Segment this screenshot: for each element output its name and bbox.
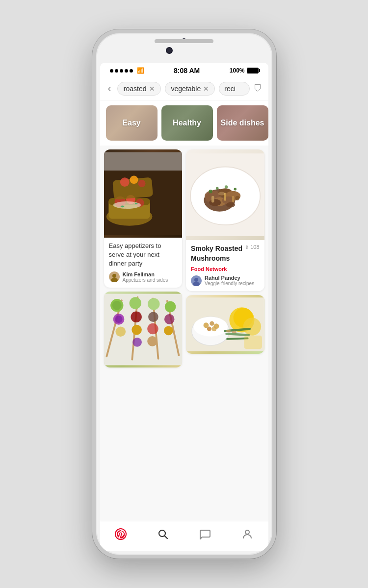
veggies-image [104, 292, 183, 368]
svg-point-78 [226, 330, 231, 332]
svg-point-53 [234, 188, 237, 190]
svg-rect-51 [232, 196, 235, 202]
bruschetta-user: Kim Fellman Appetizers and sides [109, 271, 178, 283]
svg-point-10 [130, 175, 138, 184]
bruschetta-username: Kim Fellman [123, 271, 168, 277]
bottom-nav [100, 521, 268, 551]
category-side-dishes[interactable]: Side dishes [217, 105, 268, 141]
tag-vegetable-label: vegetable [171, 85, 201, 93]
svg-point-16 [112, 274, 116, 278]
svg-point-70 [207, 327, 211, 331]
bruschetta-image [104, 149, 183, 238]
mushrooms-header: Smoky Roasted Mushrooms ⇧ 108 [191, 244, 260, 266]
battery-fill [247, 68, 258, 73]
mushrooms-user: Rahul Pandey Veggie-friendly recipes [191, 275, 260, 286]
nav-messages[interactable] [189, 526, 221, 545]
status-left: 📶 [110, 67, 144, 74]
status-bar: 📶 8:08 AM 100% [100, 63, 268, 77]
search-icon [157, 528, 169, 543]
pin-veggies[interactable] [104, 292, 183, 368]
tag-roasted-label: roasted [124, 85, 147, 93]
svg-rect-80 [244, 336, 262, 349]
right-column: Smoky Roasted Mushrooms ⇧ 108 Food Netwo… [186, 149, 264, 368]
svg-point-66 [193, 317, 227, 337]
status-right: 100% [230, 67, 259, 74]
phone-camera [166, 47, 173, 54]
svg-point-74 [243, 318, 261, 336]
svg-rect-12 [104, 152, 183, 171]
bruschetta-board: Appetizers and sides [123, 277, 168, 283]
content-area: Easy appetizers to serve at your next di… [100, 146, 268, 521]
svg-point-39 [163, 326, 173, 335]
tag-vegetable-remove-icon[interactable]: ✕ [203, 85, 209, 93]
svg-point-7 [113, 201, 140, 209]
tag-vegetable[interactable]: vegetable ✕ [165, 82, 215, 96]
mushrooms-save-count: ⇧ 108 [245, 244, 259, 250]
rahul-avatar [191, 275, 202, 286]
bruschetta-user-info: Kim Fellman Appetizers and sides [123, 271, 168, 283]
mute-button [92, 107, 94, 124]
nav-search[interactable] [147, 526, 179, 545]
svg-point-79 [232, 331, 237, 333]
svg-point-61 [194, 278, 198, 282]
svg-point-71 [211, 326, 216, 331]
mushrooms-title: Smoky Roasted Mushrooms [191, 244, 245, 263]
search-input-partial[interactable]: reci [219, 82, 249, 96]
battery-icon [247, 68, 259, 74]
svg-point-37 [164, 301, 176, 312]
pin-salad[interactable] [186, 295, 264, 354]
masonry-grid: Easy appetizers to serve at your next di… [104, 149, 264, 368]
svg-point-32 [148, 298, 159, 310]
tag-roasted[interactable]: roasted ✕ [117, 82, 161, 96]
svg-line-83 [165, 536, 168, 539]
left-column: Easy appetizers to serve at your next di… [104, 149, 183, 368]
pin-mushrooms[interactable]: Smoky Roasted Mushrooms ⇧ 108 Food Netwo… [186, 149, 264, 291]
svg-point-38 [164, 314, 174, 324]
bruschetta-title: Easy appetizers to serve at your next di… [109, 242, 178, 269]
svg-rect-49 [211, 196, 214, 203]
wifi-icon: 📶 [137, 67, 144, 74]
phone-speaker [155, 39, 213, 43]
phone-body: 📶 8:08 AM 100% ‹ roasted ✕ veget [92, 29, 276, 559]
mushrooms-username: Rahul Pandey [205, 275, 254, 281]
category-easy[interactable]: Easy [106, 105, 158, 141]
status-time: 8:08 AM [174, 67, 200, 74]
svg-point-33 [148, 312, 158, 322]
tag-roasted-remove-icon[interactable]: ✕ [149, 85, 155, 93]
svg-point-48 [209, 199, 221, 206]
svg-point-24 [115, 315, 122, 322]
pinterest-icon [115, 528, 127, 543]
svg-point-54 [225, 185, 228, 188]
svg-point-34 [147, 323, 158, 334]
mushrooms-image [186, 149, 264, 240]
svg-point-29 [131, 324, 142, 335]
side-chip-label: Side dishes [217, 105, 268, 141]
back-button[interactable]: ‹ [106, 81, 113, 96]
svg-point-9 [120, 177, 129, 187]
screen: 📶 8:08 AM 100% ‹ roasted ✕ veget [100, 63, 268, 551]
svg-point-59 [226, 202, 235, 208]
svg-point-68 [210, 321, 214, 326]
svg-point-52 [209, 190, 212, 193]
battery-percent: 100% [230, 67, 245, 74]
nav-profile[interactable] [232, 526, 263, 545]
svg-point-30 [132, 337, 142, 346]
svg-point-56 [218, 192, 226, 196]
filter-icon[interactable]: ⛉ [254, 84, 263, 94]
search-bar-area: ‹ roasted ✕ vegetable ✕ reci ⛉ [100, 77, 268, 100]
easy-chip-label: Easy [106, 105, 158, 141]
svg-point-22 [112, 300, 121, 310]
svg-point-58 [206, 196, 211, 202]
healthy-chip-label: Healthy [161, 105, 213, 141]
category-healthy[interactable]: Healthy [161, 105, 213, 141]
nav-home[interactable] [105, 526, 136, 545]
volume-up-button [92, 131, 94, 158]
pin-bruschetta[interactable]: Easy appetizers to serve at your next di… [104, 149, 183, 288]
svg-point-13 [120, 205, 124, 207]
svg-point-55 [216, 187, 218, 190]
svg-point-14 [134, 203, 137, 204]
mushrooms-user-info: Rahul Pandey Veggie-friendly recipes [205, 275, 254, 286]
mushrooms-source: Food Network [191, 266, 260, 272]
signal-bars [110, 69, 133, 73]
svg-point-84 [245, 530, 249, 534]
